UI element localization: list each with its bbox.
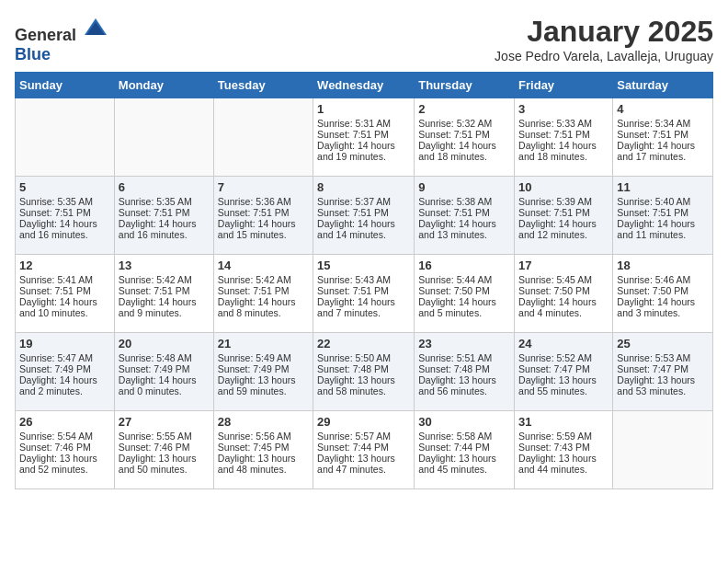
day-number: 13 <box>119 259 210 272</box>
cell-line: Daylight: 13 hours <box>218 453 309 464</box>
logo-icon <box>83 15 108 40</box>
calendar-cell: 1Sunrise: 5:31 AMSunset: 7:51 PMDaylight… <box>313 98 415 177</box>
cell-line: and 52 minutes. <box>19 464 110 475</box>
cell-line: Sunset: 7:51 PM <box>617 207 709 218</box>
day-number: 14 <box>218 259 309 272</box>
cell-line: and 58 minutes. <box>317 385 410 396</box>
cell-line: and 19 minutes. <box>317 151 410 162</box>
cell-line: Sunrise: 5:59 AM <box>518 431 609 442</box>
cell-line: Sunset: 7:50 PM <box>518 285 609 296</box>
weekday-header: Tuesday <box>213 73 313 98</box>
day-number: 29 <box>317 415 410 429</box>
cell-line: Daylight: 14 hours <box>119 296 210 307</box>
cell-line: and 15 minutes. <box>218 229 309 240</box>
day-number: 19 <box>19 337 110 350</box>
cell-line: Sunrise: 5:50 AM <box>317 352 410 363</box>
calendar-cell: 10Sunrise: 5:39 AMSunset: 7:51 PMDayligh… <box>515 177 613 255</box>
calendar-cell: 24Sunrise: 5:52 AMSunset: 7:47 PMDayligh… <box>515 333 613 411</box>
cell-line: Sunrise: 5:34 AM <box>617 118 709 129</box>
cell-line: Sunrise: 5:35 AM <box>19 196 110 207</box>
calendar-week-row: 26Sunrise: 5:54 AMSunset: 7:46 PMDayligh… <box>16 411 713 489</box>
cell-line: Daylight: 14 hours <box>418 218 510 229</box>
day-number: 16 <box>418 259 510 272</box>
day-number: 8 <box>317 180 410 194</box>
cell-line: Sunrise: 5:36 AM <box>218 196 309 207</box>
calendar-cell: 8Sunrise: 5:37 AMSunset: 7:51 PMDaylight… <box>313 177 415 255</box>
calendar-table: SundayMondayTuesdayWednesdayThursdayFrid… <box>15 72 713 489</box>
day-number: 3 <box>518 102 609 116</box>
cell-line: Sunrise: 5:55 AM <box>119 431 210 442</box>
title-block: January 2025 Jose Pedro Varela, Lavallej… <box>495 15 713 63</box>
cell-line: Sunset: 7:51 PM <box>19 285 110 296</box>
calendar-title: January 2025 <box>495 15 713 49</box>
day-number: 5 <box>19 180 110 194</box>
cell-line: Sunrise: 5:48 AM <box>119 352 210 363</box>
cell-line: Sunrise: 5:41 AM <box>19 274 110 285</box>
day-number: 2 <box>418 102 510 116</box>
calendar-cell: 7Sunrise: 5:36 AMSunset: 7:51 PMDaylight… <box>213 177 313 255</box>
cell-line: and 53 minutes. <box>617 385 709 396</box>
cell-line: Daylight: 13 hours <box>617 374 709 385</box>
cell-line: and 55 minutes. <box>518 385 609 396</box>
cell-line: and 14 minutes. <box>317 229 410 240</box>
cell-line: and 8 minutes. <box>218 307 309 318</box>
cell-line: and 18 minutes. <box>418 151 510 162</box>
cell-line: Sunset: 7:45 PM <box>218 442 309 453</box>
cell-line: Sunset: 7:47 PM <box>617 363 709 374</box>
cell-line: Daylight: 14 hours <box>617 140 709 151</box>
cell-line: Daylight: 13 hours <box>518 453 609 464</box>
calendar-cell: 13Sunrise: 5:42 AMSunset: 7:51 PMDayligh… <box>114 255 213 333</box>
calendar-cell: 15Sunrise: 5:43 AMSunset: 7:51 PMDayligh… <box>313 255 415 333</box>
cell-line: Sunset: 7:49 PM <box>218 363 309 374</box>
day-number: 23 <box>418 337 510 350</box>
cell-line: Daylight: 14 hours <box>19 218 110 229</box>
cell-line: and 0 minutes. <box>119 385 210 396</box>
day-number: 1 <box>317 102 410 116</box>
cell-line: and 18 minutes. <box>518 151 609 162</box>
logo-general: General <box>15 26 76 44</box>
cell-line: Sunset: 7:44 PM <box>418 442 510 453</box>
cell-line: and 50 minutes. <box>119 464 210 475</box>
cell-line: and 16 minutes. <box>119 229 210 240</box>
cell-line: Sunrise: 5:46 AM <box>617 274 709 285</box>
cell-line: Daylight: 13 hours <box>518 374 609 385</box>
day-number: 24 <box>518 337 609 350</box>
cell-line: Daylight: 14 hours <box>617 218 709 229</box>
cell-line: Sunset: 7:47 PM <box>518 363 609 374</box>
day-number: 27 <box>119 415 210 429</box>
cell-line: Sunset: 7:51 PM <box>218 285 309 296</box>
cell-line: and 13 minutes. <box>418 229 510 240</box>
calendar-cell: 21Sunrise: 5:49 AMSunset: 7:49 PMDayligh… <box>213 333 313 411</box>
calendar-cell <box>114 98 213 177</box>
calendar-cell: 18Sunrise: 5:46 AMSunset: 7:50 PMDayligh… <box>613 255 713 333</box>
cell-line: Daylight: 14 hours <box>317 218 410 229</box>
weekday-header: Saturday <box>613 73 713 98</box>
cell-line: Sunset: 7:51 PM <box>317 207 410 218</box>
cell-line: Sunrise: 5:53 AM <box>617 352 709 363</box>
cell-line: Sunset: 7:43 PM <box>518 442 609 453</box>
cell-line: Daylight: 14 hours <box>119 218 210 229</box>
cell-line: Sunrise: 5:32 AM <box>418 118 510 129</box>
calendar-cell: 23Sunrise: 5:51 AMSunset: 7:48 PMDayligh… <box>415 333 515 411</box>
cell-line: Sunset: 7:51 PM <box>19 207 110 218</box>
cell-line: Sunset: 7:51 PM <box>518 207 609 218</box>
calendar-week-row: 12Sunrise: 5:41 AMSunset: 7:51 PMDayligh… <box>16 255 713 333</box>
calendar-week-row: 19Sunrise: 5:47 AMSunset: 7:49 PMDayligh… <box>16 333 713 411</box>
cell-line: Sunrise: 5:51 AM <box>418 352 510 363</box>
cell-line: Sunset: 7:49 PM <box>19 363 110 374</box>
calendar-cell <box>213 98 313 177</box>
calendar-cell: 17Sunrise: 5:45 AMSunset: 7:50 PMDayligh… <box>515 255 613 333</box>
day-number: 25 <box>617 337 709 350</box>
calendar-cell: 12Sunrise: 5:41 AMSunset: 7:51 PMDayligh… <box>16 255 115 333</box>
cell-line: and 2 minutes. <box>19 385 110 396</box>
calendar-cell: 25Sunrise: 5:53 AMSunset: 7:47 PMDayligh… <box>613 333 713 411</box>
cell-line: Daylight: 14 hours <box>317 140 410 151</box>
day-number: 28 <box>218 415 309 429</box>
cell-line: Sunrise: 5:49 AM <box>218 352 309 363</box>
cell-line: Sunset: 7:51 PM <box>418 207 510 218</box>
day-number: 12 <box>19 259 110 272</box>
calendar-cell: 14Sunrise: 5:42 AMSunset: 7:51 PMDayligh… <box>213 255 313 333</box>
page-header: General Blue January 2025 Jose Pedro Var… <box>15 15 713 64</box>
cell-line: Sunrise: 5:43 AM <box>317 274 410 285</box>
day-number: 26 <box>19 415 110 429</box>
